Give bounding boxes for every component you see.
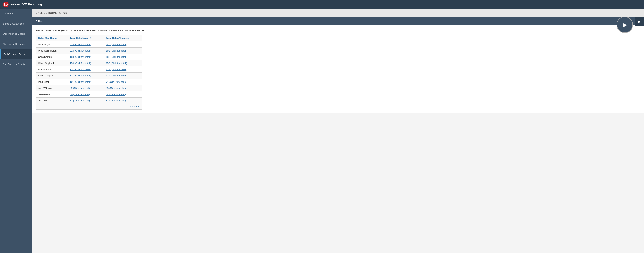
sidebar-item-call-outcome-charts[interactable]: Call Outcome Charts (0, 59, 32, 70)
calls-allocated-link[interactable]: 192 (Click for detail) (106, 49, 127, 52)
cell-calls-allocated: 114 (Click for detail) (104, 66, 142, 73)
pagination-row: 123456 (36, 104, 142, 110)
sort-calls-allocated-link[interactable]: Total Calls Allocated (106, 37, 129, 40)
pagination-link[interactable]: 3 (132, 105, 133, 108)
filter-label: Filter (36, 20, 42, 23)
pagination-link[interactable]: 6 (138, 105, 139, 108)
calls-made-link[interactable]: 132 (Click for detail) (70, 68, 91, 71)
cell-calls-made: 82 (Click for detail) (68, 98, 104, 104)
cell-calls-made: 92 (Click for detail) (68, 85, 104, 91)
table-row: Paul Black101 (Click for detail)71 (Clic… (36, 79, 142, 85)
cell-calls-made: 158 (Click for detail) (68, 60, 104, 66)
play-icon: ▶ (638, 20, 641, 24)
cell-calls-made: 89 (Click for detail) (68, 91, 104, 98)
calls-made-link[interactable]: 183 (Click for detail) (70, 56, 91, 58)
calls-allocated-link[interactable]: 580 (Click for detail) (106, 43, 127, 46)
cell-calls-allocated: 192 (Click for detail) (104, 48, 142, 54)
table-row: sales-i admin132 (Click for detail)114 (… (36, 66, 142, 73)
calls-allocated-link[interactable]: 182 (Click for detail) (106, 56, 127, 58)
calls-allocated-link[interactable]: 71 (Click for detail) (106, 81, 126, 83)
top-header: sales-i CRM Reporting (0, 0, 644, 9)
cell-calls-allocated: 44 (Click for detail) (104, 91, 142, 98)
calls-allocated-link[interactable]: 112 (Click for detail) (106, 74, 127, 77)
cell-rep-name: Sean Bennison (36, 91, 68, 98)
main-content: Please choose whether you want to see wh… (32, 25, 644, 113)
table-row: Oliver Copland158 (Click for detail)159 … (36, 60, 142, 66)
cell-calls-allocated: 159 (Click for detail) (104, 60, 142, 66)
table-row: Alex Witcpalek92 (Click for detail)93 (C… (36, 85, 142, 91)
table-header-row: Sales Rep Name Total Calls Made ▼ Total … (36, 35, 142, 42)
table-row: Sean Bennison89 (Click for detail)44 (Cl… (36, 91, 142, 98)
calls-allocated-link[interactable]: 114 (Click for detail) (106, 68, 127, 71)
pagination-cell: 123456 (36, 104, 142, 110)
calls-made-link[interactable]: 92 (Click for detail) (70, 87, 90, 90)
table-row: Mike Worthington226 (Click for detail)19… (36, 48, 142, 54)
col-header-name: Sales Rep Name (36, 35, 68, 42)
calls-allocated-link[interactable]: 93 (Click for detail) (106, 87, 126, 90)
cell-rep-name: Oliver Copland (36, 60, 68, 66)
cell-calls-made: 574 (Click for detail) (68, 42, 104, 48)
sidebar-item-welcome[interactable]: Welcome (0, 9, 32, 19)
calls-allocated-link[interactable]: 44 (Click for detail) (106, 93, 126, 96)
cell-calls-allocated: 580 (Click for detail) (104, 42, 142, 48)
cell-rep-name: Angie Wagner (36, 73, 68, 79)
sidebar-item-sales-opportunities[interactable]: Sales Opportunities (0, 19, 32, 29)
svg-rect-3 (6, 2, 8, 4)
salesi-logo (3, 2, 9, 7)
calls-made-link[interactable]: 574 (Click for detail) (70, 43, 91, 46)
cell-rep-name: Joe Cox (36, 98, 68, 104)
content-area: CALL OUTCOME REPORT Filter ▶ ▶ Please ch… (32, 9, 644, 253)
calls-made-link[interactable]: 111 (Click for detail) (70, 74, 91, 77)
sidebar-item-call-outcome-report[interactable]: Call Outcome Report (0, 49, 32, 59)
page-title: CALL OUTCOME REPORT (36, 12, 69, 14)
calls-made-link[interactable]: 101 (Click for detail) (70, 81, 91, 83)
cell-calls-made: 132 (Click for detail) (68, 66, 104, 73)
cell-calls-allocated: 182 (Click for detail) (104, 54, 142, 60)
col-header-calls-made: Total Calls Made ▼ (68, 35, 104, 42)
calls-made-link[interactable]: 82 (Click for detail) (70, 99, 90, 102)
sidebar-item-call-spend-summary[interactable]: Call Spend Summary (0, 39, 32, 49)
table-row: Paul Wright574 (Click for detail)580 (Cl… (36, 42, 142, 48)
main-layout: Welcome Sales Opportunities Opportunitie… (0, 9, 644, 253)
cell-calls-allocated: 82 (Click for detail) (104, 98, 142, 104)
sort-calls-made-link[interactable]: Total Calls Made ▼ (70, 37, 92, 40)
table-row: Angie Wagner111 (Click for detail)112 (C… (36, 73, 142, 79)
cell-rep-name: Alex Witcpalek (36, 85, 68, 91)
calls-made-link[interactable]: 226 (Click for detail) (70, 49, 91, 52)
table-row: Chris Samuel183 (Click for detail)182 (C… (36, 54, 142, 60)
table-row: Joe Cox82 (Click for detail)82 (Click fo… (36, 98, 142, 104)
cell-rep-name: Paul Wright (36, 42, 68, 48)
pagination-link[interactable]: 4 (134, 105, 135, 108)
cell-calls-allocated: 93 (Click for detail) (104, 85, 142, 91)
table-body: Paul Wright574 (Click for detail)580 (Cl… (36, 42, 142, 104)
cell-calls-allocated: 71 (Click for detail) (104, 79, 142, 85)
calls-made-link[interactable]: 158 (Click for detail) (70, 62, 91, 65)
calls-allocated-link[interactable]: 82 (Click for detail) (106, 99, 126, 102)
cell-calls-made: 101 (Click for detail) (68, 79, 104, 85)
cell-rep-name: Paul Black (36, 79, 68, 85)
cell-calls-made: 111 (Click for detail) (68, 73, 104, 79)
filter-section: Filter ▶ ▶ (32, 17, 644, 25)
sort-name-link[interactable]: Sales Rep Name (38, 37, 56, 40)
cell-rep-name: Chris Samuel (36, 54, 68, 60)
cell-calls-made: 183 (Click for detail) (68, 54, 104, 60)
filter-toggle-button[interactable]: ▶ (635, 17, 644, 26)
pagination-link[interactable]: 2 (130, 105, 131, 108)
calls-made-link[interactable]: 89 (Click for detail) (70, 93, 90, 96)
pagination-link[interactable]: 5 (136, 105, 137, 108)
sidebar: Welcome Sales Opportunities Opportunitie… (0, 9, 32, 253)
cell-rep-name: Mike Worthington (36, 48, 68, 54)
run-arrow-icon: ▶ (623, 22, 627, 28)
instructions-text: Please choose whether you want to see wh… (36, 29, 640, 32)
sidebar-item-opportunities-charts[interactable]: Opportunities Charts (0, 29, 32, 39)
calls-table: Sales Rep Name Total Calls Made ▼ Total … (36, 35, 142, 110)
calls-allocated-link[interactable]: 159 (Click for detail) (106, 62, 127, 65)
filter-bar: Filter ▶ (32, 17, 644, 25)
app-title: sales-i CRM Reporting (10, 3, 42, 6)
pagination-link[interactable]: 1 (128, 105, 129, 108)
cell-rep-name: sales-i admin (36, 66, 68, 73)
cell-calls-made: 226 (Click for detail) (68, 48, 104, 54)
run-button[interactable]: ▶ (616, 17, 633, 33)
col-header-calls-allocated: Total Calls Allocated (104, 35, 142, 42)
page-title-bar: CALL OUTCOME REPORT (32, 9, 644, 17)
